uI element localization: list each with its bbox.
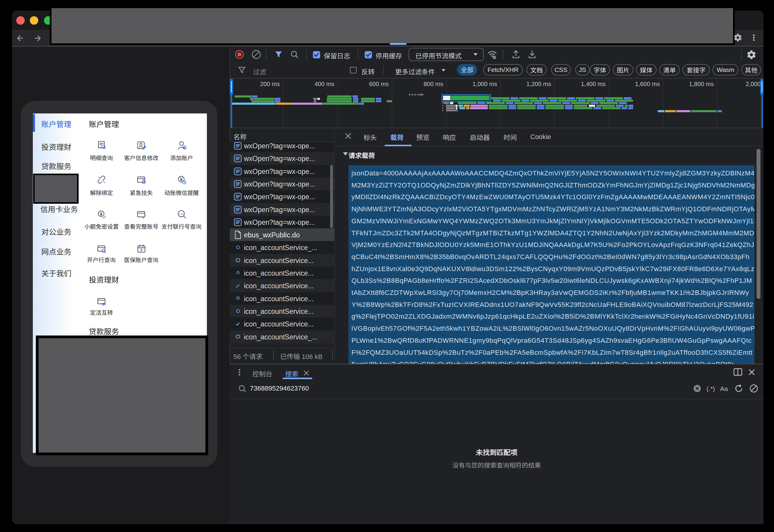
svg-text:123: 123	[179, 212, 184, 215]
